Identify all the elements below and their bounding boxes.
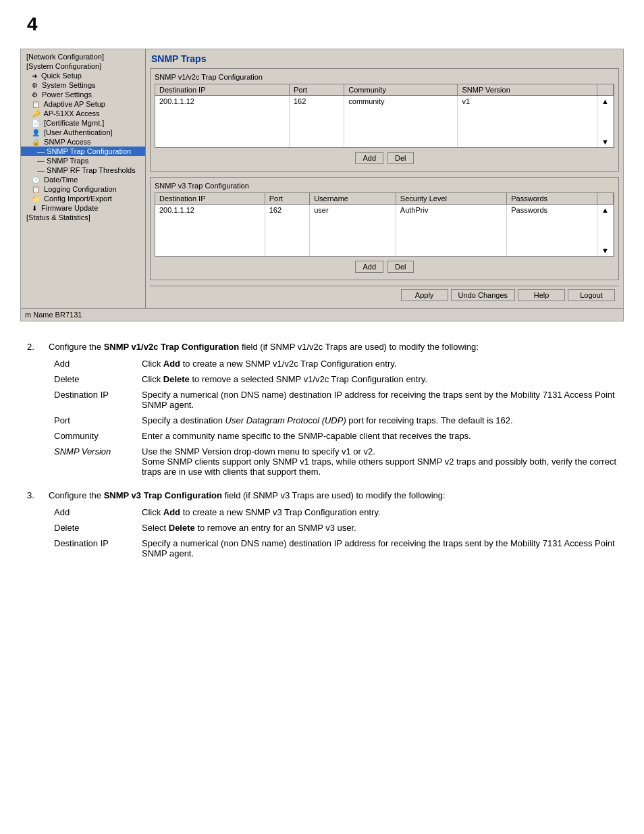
v1v2c-data-row[interactable]: 200.1.1.12 162 community v1 ▲ xyxy=(155,96,614,107)
doc-step2-header: 2. Configure the SNMP v1/v2c Trap Config… xyxy=(27,342,617,352)
v1v2c-row-port: 162 xyxy=(289,96,344,107)
v3-add-btn[interactable]: Add xyxy=(355,261,383,273)
sidebar-item-firmware[interactable]: ⬇ Firmware Update xyxy=(21,203,145,213)
step3-text: Configure the SNMP v3 Trap Configuration… xyxy=(49,490,617,500)
step2-delete-row: Delete Click Delete to remove a selected… xyxy=(54,374,617,384)
doc-content: 2. Configure the SNMP v1/v2c Trap Config… xyxy=(0,335,644,579)
bottom-bar: Apply Undo Changes Help Logout xyxy=(150,286,619,304)
v3-col-passwords: Passwords xyxy=(507,193,597,205)
v3-col-username: Username xyxy=(310,193,396,205)
user-icon: 👤 xyxy=(32,129,40,136)
key-icon: 🔑 xyxy=(32,110,40,118)
doc-step3-table: Add Click Add to create a new SNMP v3 Tr… xyxy=(54,507,617,558)
v3-col-dest-ip: Destination IP xyxy=(155,193,265,205)
v1v2c-table-container: Destination IP Port Community SNMP Versi… xyxy=(155,84,614,148)
step2-text: Configure the SNMP v1/v2c Trap Configura… xyxy=(49,342,617,352)
sidebar-item-quick-setup[interactable]: ➜ Quick Setup xyxy=(21,71,145,80)
v1v2c-col-port: Port xyxy=(289,84,344,96)
sidebar-item-status-stats[interactable]: [Status & Statistics] xyxy=(21,213,145,222)
v3-scrollbar-down[interactable]: ▼ xyxy=(597,215,614,256)
v3-section: SNMP v3 Trap Configuration Destination I… xyxy=(150,177,619,280)
apply-btn[interactable]: Apply xyxy=(401,289,448,301)
step3-destip-row: Destination IP Specify a numerical (non … xyxy=(54,538,617,558)
v3-scrollbar-header xyxy=(597,193,614,205)
v1v2c-scrollbar-down[interactable]: ▼ xyxy=(597,107,614,147)
step2-destip-term: Destination IP xyxy=(54,390,142,400)
snmp-icon: 🔒 xyxy=(32,138,40,146)
step2-add-def: Click Add to create a new SNMP v1/v2c Tr… xyxy=(142,359,617,369)
step2-num: 2. xyxy=(27,342,41,352)
step2-port-def: Specify a destination User Datagram Prot… xyxy=(142,415,617,425)
sidebar-item-logging[interactable]: 📋 Logging Configuration xyxy=(21,184,145,194)
help-btn[interactable]: Help xyxy=(518,289,565,301)
v3-row-passwords: Passwords xyxy=(507,205,597,216)
v1v2c-section: SNMP v1/v2c Trap Configuration Destinati… xyxy=(150,68,619,172)
clock-icon: 🕐 xyxy=(32,176,40,184)
v1v2c-legend: SNMP v1/v2c Trap Configuration xyxy=(155,73,614,81)
sidebar-item-user-auth[interactable]: 👤 [User Authentication] xyxy=(21,128,145,137)
v3-empty-cell2 xyxy=(265,215,309,256)
doc-step2: 2. Configure the SNMP v1/v2c Trap Config… xyxy=(27,342,617,477)
main-panel: SNMP Traps SNMP v1/v2c Trap Configuratio… xyxy=(146,49,623,308)
sidebar-item-snmp-traps[interactable]: — SNMP Traps xyxy=(21,156,145,165)
v1v2c-add-btn[interactable]: Add xyxy=(355,152,383,164)
step2-delete-def: Click Delete to remove a selected SNMP v… xyxy=(142,374,617,384)
v1v2c-scrollbar-header xyxy=(597,84,614,96)
sidebar-item-adaptive-ap[interactable]: 📋 Adaptive AP Setup xyxy=(21,99,145,109)
sidebar-item-power-settings[interactable]: ⚙ Power Settings xyxy=(21,90,145,99)
step3-add-term: Add xyxy=(54,507,142,517)
undo-btn[interactable]: Undo Changes xyxy=(451,289,515,301)
sidebar-item-network-config[interactable]: [Network Configuration] xyxy=(21,52,145,61)
step3-destip-term: Destination IP xyxy=(54,538,142,548)
v1v2c-row-version: v1 xyxy=(458,96,597,107)
cert-icon: 📄 xyxy=(32,120,40,127)
step2-add-term: Add xyxy=(54,359,142,369)
v3-col-security: Security Level xyxy=(396,193,506,205)
doc-step3: 3. Configure the SNMP v3 Trap Configurat… xyxy=(27,490,617,558)
step2-community-term: Community xyxy=(54,431,142,441)
v3-row-port: 162 xyxy=(265,205,309,216)
sidebar-item-snmp-trap-config[interactable]: — SNMP Trap Configuration xyxy=(21,147,145,156)
v1v2c-scrollbar-up[interactable]: ▲ xyxy=(597,96,614,107)
v1v2c-btn-row: Add Del xyxy=(155,152,614,164)
v3-btn-row: Add Del xyxy=(155,261,614,273)
sidebar-item-cert-mgmt[interactable]: 📄 [Certificate Mgmt.] xyxy=(21,118,145,128)
sidebar-item-system-config[interactable]: [System Configuration] xyxy=(21,61,145,71)
step3-add-def: Click Add to create a new SNMP v3 Trap C… xyxy=(142,507,617,517)
v3-row-username: user xyxy=(310,205,396,216)
step3-destip-def: Specify a numerical (non DNS name) desti… xyxy=(142,538,617,558)
v3-del-btn[interactable]: Del xyxy=(387,261,414,273)
step3-delete-term: Delete xyxy=(54,523,142,533)
sidebar-item-system-settings[interactable]: ⚙ System Settings xyxy=(21,80,145,90)
sidebar-item-snmp-access[interactable]: 🔒 SNMP Access xyxy=(21,137,145,147)
settings-icon: ⚙ xyxy=(32,82,38,89)
sidebar: [Network Configuration] [System Configur… xyxy=(21,49,146,308)
sidebar-item-snmp-rf-trap[interactable]: — SNMP RF Trap Thresholds xyxy=(21,165,145,175)
v3-empty-cell1 xyxy=(155,215,265,256)
doc-step3-header: 3. Configure the SNMP v3 Trap Configurat… xyxy=(27,490,617,500)
download-icon: ⬇ xyxy=(32,205,37,212)
v1v2c-empty-cell2 xyxy=(289,107,344,147)
step2-version-term: SNMP Version xyxy=(54,446,142,457)
log-icon: 📋 xyxy=(32,186,40,193)
step2-delete-term: Delete xyxy=(54,374,142,384)
logout-btn[interactable]: Logout xyxy=(568,289,615,301)
v3-scrollbar-up[interactable]: ▲ xyxy=(597,205,614,216)
step2-version-row: SNMP Version Use the SNMP Version drop-d… xyxy=(54,446,617,477)
folder-icon: 📁 xyxy=(32,195,40,203)
sidebar-item-ap51xx-access[interactable]: 🔑 AP-51XX Access xyxy=(21,109,145,118)
sidebar-item-config-import[interactable]: 📁 Config Import/Export xyxy=(21,194,145,203)
v3-row-dest-ip: 200.1.1.12 xyxy=(155,205,265,216)
v1v2c-del-btn[interactable]: Del xyxy=(387,152,414,164)
v1v2c-table: Destination IP Port Community SNMP Versi… xyxy=(155,84,614,147)
v3-data-row[interactable]: 200.1.1.12 162 user AuthPriv Passwords ▲ xyxy=(155,205,614,216)
v3-empty-cell3 xyxy=(310,215,396,256)
doc-step2-table: Add Click Add to create a new SNMP v1/v2… xyxy=(54,359,617,477)
screenshot-container: [Network Configuration] [System Configur… xyxy=(20,49,624,321)
step2-destip-def: Specify a numerical (non DNS name) desti… xyxy=(142,390,617,410)
step2-version-def: Use the SNMP Version drop-down menu to s… xyxy=(142,446,617,477)
sidebar-item-datetime[interactable]: 🕐 Date/Time xyxy=(21,175,145,184)
v1v2c-empty-row: ▼ xyxy=(155,107,614,147)
step3-delete-def: Select Delete to remove an entry for an … xyxy=(142,523,617,533)
step2-community-row: Community Enter a community name specifi… xyxy=(54,431,617,441)
